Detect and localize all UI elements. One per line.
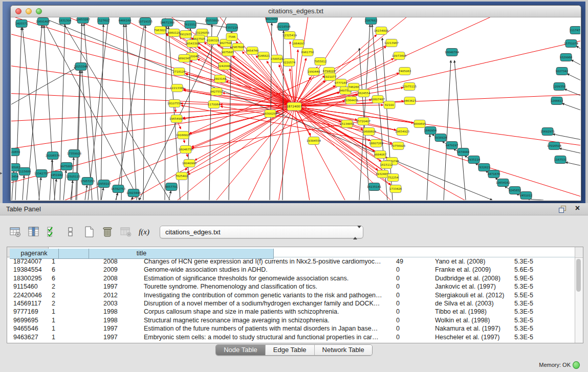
graph-node[interactable]: 2087682 [365, 17, 378, 25]
graph-node[interactable]: 1527602 [97, 17, 110, 25]
graph-node[interactable]: 3624554 [358, 90, 371, 97]
graph-node[interactable]: 16040993 [182, 160, 197, 167]
graph-node[interactable]: 9463627 [404, 97, 417, 105]
graph-node[interactable]: 7546 [226, 33, 237, 41]
graph-node[interactable]: 9975887 [60, 163, 73, 170]
graph-node[interactable]: 17359928 [67, 150, 81, 158]
graph-node[interactable]: 3913454 [11, 173, 19, 181]
graph-node[interactable]: 1167531 [554, 156, 567, 164]
graph-node[interactable]: 1733426 [389, 185, 402, 193]
graph-node[interactable]: 15692971 [540, 128, 555, 136]
float-panel-icon[interactable] [559, 206, 565, 212]
graph-node[interactable]: 12923448 [126, 189, 141, 197]
graph-node[interactable]: 9875685 [222, 49, 234, 56]
graph-node[interactable]: 8454749 [246, 47, 259, 55]
graph-node[interactable]: 7832621 [478, 164, 491, 171]
table-row[interactable]: 911546021997Tourette syndrome. Phenomeno… [7, 282, 583, 291]
show-columns-icon[interactable] [27, 225, 40, 239]
graph-node[interactable]: 10688609 [362, 128, 376, 136]
select-columns-icon[interactable] [45, 225, 59, 239]
table-row[interactable]: 1830029562008Estimation of significance … [7, 274, 583, 282]
graph-node[interactable]: 9245652 [509, 187, 521, 194]
graph-node[interactable]: 2451012 [520, 192, 533, 200]
graph-node[interactable]: 10958107 [97, 180, 111, 188]
graph-node[interactable]: 7955812 [314, 58, 327, 65]
graph-node[interactable]: 62100 [384, 101, 395, 109]
table-row[interactable]: 2242004622012Investigating the contribut… [7, 291, 583, 299]
graph-node[interactable]: 12505115 [66, 173, 80, 181]
graph-node[interactable]: 1990448 [308, 68, 320, 76]
vertical-scrollbar[interactable] [575, 247, 583, 343]
graph-node[interactable]: 2803144 [214, 75, 227, 83]
graph-node[interactable]: 16648784 [445, 49, 459, 56]
graph-node[interactable]: 10719155 [138, 18, 153, 26]
graph-node[interactable]: 1640954 [424, 127, 437, 135]
graph-node[interactable]: 10807487 [371, 96, 385, 103]
table-row[interactable]: 977716911998Corpus callosum shape and si… [7, 308, 583, 316]
graph-node[interactable]: 1170064 [208, 101, 221, 108]
graph-node[interactable]: 1451942 [51, 171, 63, 179]
graph-node[interactable]: 15751074 [564, 40, 578, 48]
graph-node[interactable]: 15720407 [356, 118, 371, 125]
graph-node[interactable]: 9890345 [178, 55, 191, 62]
graph-node[interactable]: 20691406 [36, 18, 50, 26]
graph-node[interactable]: 1588520 [271, 55, 284, 63]
graph-node[interactable]: 1115689 [18, 168, 31, 176]
graph-node[interactable]: 8186328 [207, 37, 220, 45]
graph-node[interactable]: 18107554 [167, 100, 182, 107]
graph-node[interactable]: 17957253 [80, 178, 95, 185]
graph-hub-node[interactable]: 18724007 [287, 102, 302, 111]
graph-node[interactable]: 16046756 [179, 146, 193, 154]
graph-node[interactable]: 18300295 [263, 110, 277, 118]
create-table-icon[interactable] [82, 225, 96, 239]
graph-node[interactable]: 8427552 [210, 88, 223, 96]
graph-node[interactable]: 2320659 [11, 148, 20, 156]
graph-node[interactable]: 7357224 [226, 24, 238, 32]
graph-node[interactable]: 10973493 [392, 52, 406, 60]
collapse-panel-arrow[interactable]: ▸ [0, 171, 3, 176]
graph-node[interactable]: 3242848 [218, 62, 231, 70]
row-height-icon[interactable] [63, 225, 77, 239]
table-row[interactable]: 969969511998Structural magnetic resonanc… [7, 316, 583, 324]
tab-network-table[interactable]: Network Table [315, 345, 372, 355]
graph-node[interactable]: 19654923 [395, 128, 409, 136]
graph-node[interactable]: 752254 [387, 174, 399, 182]
graph-node[interactable]: 20153346 [74, 63, 88, 71]
graph-node[interactable]: 18807269 [369, 140, 383, 147]
tab-node-table[interactable]: Node Table [216, 345, 266, 355]
graph-node[interactable]: 1117473 [570, 27, 580, 34]
graph-node[interactable]: 16053809 [205, 17, 219, 25]
clear-table-icon[interactable] [119, 225, 133, 239]
graph-node[interactable]: 8220574 [283, 59, 296, 67]
graph-node[interactable]: 16154808 [374, 27, 388, 35]
graph-node[interactable]: 12213967 [384, 39, 399, 47]
graph-node[interactable]: 9329966 [560, 54, 573, 61]
graph-node[interactable]: 9857791 [165, 183, 178, 191]
graph-node[interactable]: 12975115 [402, 83, 417, 91]
graph-node[interactable]: 10654162 [496, 179, 510, 187]
graph-node[interactable]: 1921077 [324, 73, 337, 81]
tab-edge-table[interactable]: Edge Table [266, 345, 315, 355]
delete-table-icon[interactable] [100, 225, 114, 239]
graph-node[interactable]: 746266 [348, 83, 359, 91]
network-graph-canvas[interactable]: 1405571206914061831304106532871527602646… [11, 17, 580, 200]
graph-node[interactable]: 13342757 [34, 170, 49, 178]
table-row[interactable]: 946554611997Estimation of the future num… [7, 324, 583, 333]
graph-node[interactable]: 19654985 [169, 115, 184, 123]
scrollbar-thumb[interactable] [576, 259, 581, 292]
graph-node[interactable]: 6466160 [119, 17, 132, 25]
graph-node[interactable]: 12213389 [170, 84, 184, 92]
close-panel-icon[interactable]: × [575, 204, 580, 213]
graph-node[interactable]: 7963822 [154, 27, 167, 34]
graph-node[interactable]: 12325419 [282, 32, 297, 39]
table-row[interactable]: 1456911722003Disruption of a novel membe… [7, 299, 583, 308]
graph-node[interactable]: 6961758 [301, 49, 314, 56]
graph-node[interactable]: 70756928 [391, 142, 405, 150]
graph-node[interactable]: 16543382 [185, 40, 200, 48]
graph-node[interactable]: 2718126 [173, 68, 186, 76]
graph-node[interactable]: 8813054 [266, 17, 278, 23]
table-mode-icon[interactable] [8, 225, 22, 239]
graph-node[interactable]: 7615552 [184, 21, 197, 29]
table-row[interactable]: 1938455462009Genome-wide association stu… [7, 266, 583, 274]
graph-node[interactable]: 14671388 [160, 19, 175, 27]
